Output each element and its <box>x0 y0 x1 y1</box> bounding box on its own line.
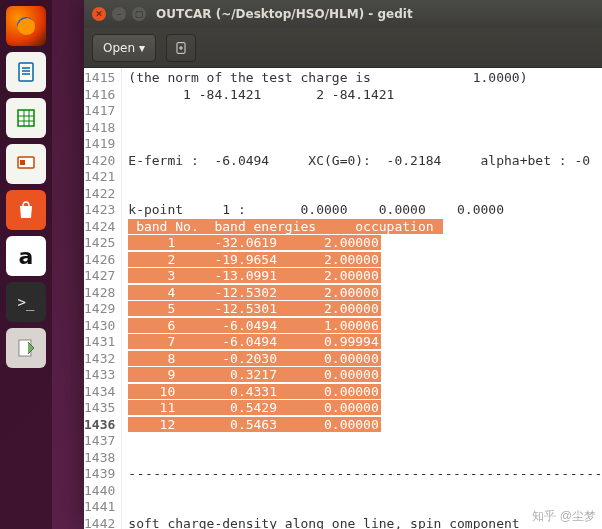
line-number: 1428 <box>84 285 115 302</box>
code-line[interactable]: 1 -84.1421 2 -84.1421 <box>128 87 602 104</box>
chevron-down-icon: ▾ <box>139 41 145 55</box>
window-title: OUTCAR (~/Desktop/HSO/HLM) - gedit <box>156 7 413 21</box>
line-number: 1440 <box>84 483 115 500</box>
code-line[interactable]: 3 -13.0991 2.00000 <box>128 268 602 285</box>
code-line[interactable] <box>128 483 602 500</box>
selection[interactable]: 5 -12.5301 2.00000 <box>128 301 380 316</box>
selection[interactable]: 1 -32.0619 2.00000 <box>128 235 380 250</box>
text-editor-icon <box>14 336 38 360</box>
line-number: 1434 <box>84 384 115 401</box>
firefox-icon <box>14 14 38 38</box>
selection[interactable]: 3 -13.0991 2.00000 <box>128 268 380 283</box>
line-number: 1442 <box>84 516 115 530</box>
gedit-window: ✕ – ▢ OUTCAR (~/Desktop/HSO/HLM) - gedit… <box>84 0 602 529</box>
code-line[interactable] <box>128 186 602 203</box>
launcher-amazon[interactable]: a <box>6 236 46 276</box>
shopping-bag-icon <box>14 198 38 222</box>
line-number: 1432 <box>84 351 115 368</box>
launcher-software-center[interactable] <box>6 190 46 230</box>
launcher-impress[interactable] <box>6 144 46 184</box>
line-number: 1419 <box>84 136 115 153</box>
text-content[interactable]: (the norm of the test charge is 1.0000) … <box>122 68 602 529</box>
launcher-firefox[interactable] <box>6 6 46 46</box>
maximize-button[interactable]: ▢ <box>132 7 146 21</box>
code-line[interactable] <box>128 136 602 153</box>
code-line[interactable]: 1 -32.0619 2.00000 <box>128 235 602 252</box>
code-line[interactable]: 11 0.5429 0.00000 <box>128 400 602 417</box>
line-number: 1430 <box>84 318 115 335</box>
svg-rect-5 <box>18 110 34 126</box>
code-line[interactable]: E-fermi : -6.0494 XC(G=0): -0.2184 alpha… <box>128 153 602 170</box>
code-line[interactable]: 6 -6.0494 1.00006 <box>128 318 602 335</box>
code-line[interactable]: 4 -12.5302 2.00000 <box>128 285 602 302</box>
line-number: 1429 <box>84 301 115 318</box>
launcher-calc[interactable] <box>6 98 46 138</box>
svg-rect-1 <box>19 63 33 81</box>
code-line[interactable] <box>128 169 602 186</box>
new-tab-button[interactable] <box>166 34 196 62</box>
line-number: 1425 <box>84 235 115 252</box>
code-line[interactable]: 9 0.3217 0.00000 <box>128 367 602 384</box>
svg-rect-11 <box>20 160 25 165</box>
code-line[interactable]: 7 -6.0494 0.99994 <box>128 334 602 351</box>
window-titlebar[interactable]: ✕ – ▢ OUTCAR (~/Desktop/HSO/HLM) - gedit <box>84 0 602 28</box>
line-number: 1424 <box>84 219 115 236</box>
line-number: 1418 <box>84 120 115 137</box>
line-number: 1433 <box>84 367 115 384</box>
selection[interactable]: 9 0.3217 0.00000 <box>128 367 380 382</box>
code-line[interactable] <box>128 103 602 120</box>
open-button[interactable]: Open ▾ <box>92 34 156 62</box>
line-number: 1437 <box>84 433 115 450</box>
line-number: 1416 <box>84 87 115 104</box>
unity-launcher: a >_ <box>0 0 52 529</box>
line-number: 1431 <box>84 334 115 351</box>
spreadsheet-icon <box>14 106 38 130</box>
selection[interactable]: 8 -0.2030 0.00000 <box>128 351 380 366</box>
code-line[interactable]: 2 -19.9654 2.00000 <box>128 252 602 269</box>
code-line[interactable]: 8 -0.2030 0.00000 <box>128 351 602 368</box>
selection[interactable]: 11 0.5429 0.00000 <box>128 400 380 415</box>
code-line[interactable]: (the norm of the test charge is 1.0000) <box>128 70 602 87</box>
minimize-button[interactable]: – <box>112 7 126 21</box>
line-number: 1421 <box>84 169 115 186</box>
presentation-icon <box>14 152 38 176</box>
selection[interactable]: 7 -6.0494 0.99994 <box>128 334 380 349</box>
code-line[interactable]: 12 0.5463 0.00000 <box>128 417 602 434</box>
selection[interactable]: 10 0.4331 0.00000 <box>128 384 380 399</box>
code-line[interactable] <box>128 120 602 137</box>
code-line[interactable] <box>128 499 602 516</box>
selection[interactable]: 6 -6.0494 1.00006 <box>128 318 380 333</box>
launcher-terminal[interactable]: >_ <box>6 282 46 322</box>
selection[interactable]: 12 0.5463 0.00000 <box>128 417 380 432</box>
selection[interactable]: 4 -12.5302 2.00000 <box>128 285 380 300</box>
terminal-icon: >_ <box>18 294 35 310</box>
line-number: 1423 <box>84 202 115 219</box>
code-line[interactable]: 10 0.4331 0.00000 <box>128 384 602 401</box>
editor-area[interactable]: 1415141614171418141914201421142214231424… <box>84 68 602 529</box>
code-line[interactable]: ----------------------------------------… <box>128 466 602 483</box>
line-number: 1426 <box>84 252 115 269</box>
new-document-icon <box>173 40 189 56</box>
line-number: 1415 <box>84 70 115 87</box>
document-icon <box>14 60 38 84</box>
line-number: 1438 <box>84 450 115 467</box>
selection[interactable]: band No. band energies occupation <box>128 219 443 234</box>
code-line[interactable]: k-point 1 : 0.0000 0.0000 0.0000 <box>128 202 602 219</box>
code-line[interactable] <box>128 433 602 450</box>
gedit-toolbar: Open ▾ <box>84 28 602 68</box>
line-number: 1441 <box>84 499 115 516</box>
maximize-icon: ▢ <box>135 9 144 19</box>
launcher-writer[interactable] <box>6 52 46 92</box>
code-line[interactable] <box>128 450 602 467</box>
open-button-label: Open <box>103 41 135 55</box>
amazon-icon: a <box>19 244 34 269</box>
launcher-text-editor[interactable] <box>6 328 46 368</box>
close-button[interactable]: ✕ <box>92 7 106 21</box>
selection[interactable]: 2 -19.9654 2.00000 <box>128 252 380 267</box>
line-number-gutter: 1415141614171418141914201421142214231424… <box>84 68 122 529</box>
line-number: 1427 <box>84 268 115 285</box>
code-line[interactable]: band No. band energies occupation <box>128 219 602 236</box>
code-line[interactable]: soft charge-density along one line, spin… <box>128 516 602 530</box>
code-line[interactable]: 5 -12.5301 2.00000 <box>128 301 602 318</box>
line-number: 1422 <box>84 186 115 203</box>
